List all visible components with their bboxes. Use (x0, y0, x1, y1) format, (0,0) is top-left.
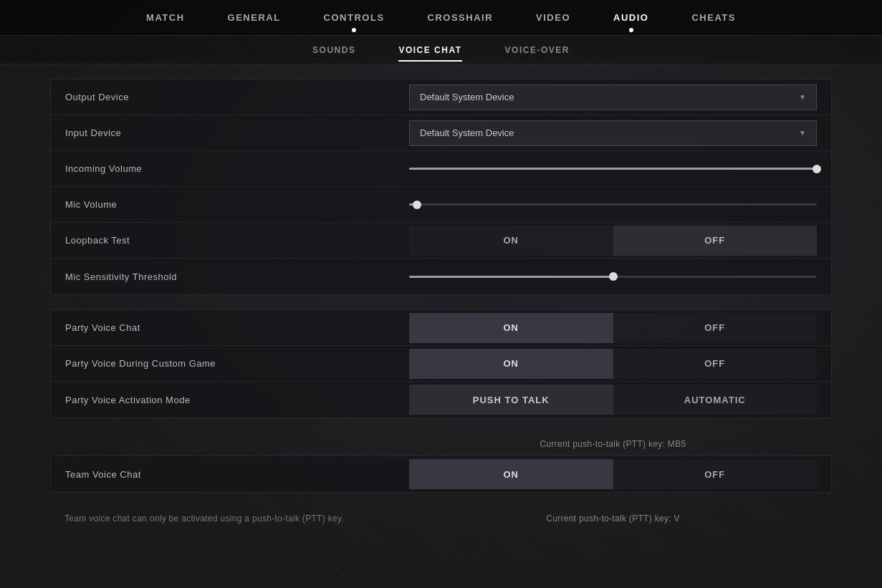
nav-video[interactable]: VIDEO (514, 0, 592, 35)
nav-general[interactable]: GENERAL (206, 0, 302, 35)
slider-track (409, 168, 817, 170)
input-device-label: Input Device (65, 127, 409, 138)
loopback-off-button[interactable]: Off (613, 226, 818, 256)
party-voice-activation-control: Push to Talk Automatic (409, 385, 817, 415)
slider-fill (409, 168, 817, 170)
nav-match[interactable]: MATCH (125, 0, 206, 35)
party-auto-button[interactable]: Automatic (613, 385, 818, 415)
output-device-control: Default System Device ▼ (409, 85, 817, 110)
nav-controls[interactable]: CONTROLS (302, 0, 406, 35)
input-device-control: Default System Device ▼ (409, 120, 817, 146)
team-voice-toggle: On Off (409, 459, 817, 489)
team-voice-section: Team Voice Chat On Off (50, 456, 832, 493)
input-device-row: Input Device Default System Device ▼ (51, 115, 831, 151)
dropdown-arrow-icon: ▼ (799, 93, 806, 101)
subnav-voice-chat[interactable]: VOICE CHAT (398, 39, 461, 61)
team-voice-chat-control: On Off (409, 459, 817, 489)
team-voice-off-button[interactable]: Off (613, 459, 818, 489)
subnav-sounds[interactable]: SOUNDS (312, 39, 355, 61)
nav-audio[interactable]: AUDIO (592, 0, 670, 35)
party-voice-on-button[interactable]: On (409, 313, 613, 343)
party-voice-custom-control: On Off (409, 349, 817, 379)
team-voice-info-left: Team voice chat can only be activated us… (64, 514, 408, 524)
dropdown-arrow-icon-2: ▼ (799, 129, 806, 137)
output-device-row: Output Device Default System Device ▼ (51, 79, 831, 115)
party-voice-custom-label: Party Voice During Custom Game (65, 358, 409, 369)
output-device-dropdown[interactable]: Default System Device ▼ (409, 85, 817, 110)
party-ptt-info-right: Current push-to-talk (PTT) key: MB5 (408, 439, 818, 449)
sub-nav: SOUNDS VOICE CHAT VOICE-OVER (0, 36, 882, 64)
team-voice-chat-row: Team Voice Chat On Off (51, 456, 831, 492)
party-voice-section: Party Voice Chat On Off Party Voice Duri… (50, 309, 832, 418)
nav-controls-dot (352, 28, 356, 32)
nav-cheats[interactable]: CHEATS (670, 0, 757, 35)
subnav-voice-over[interactable]: VOICE-OVER (505, 39, 570, 61)
slider-thumb[interactable] (813, 165, 821, 173)
output-device-label: Output Device (65, 92, 409, 102)
content-area: Output Device Default System Device ▼ In… (0, 64, 882, 588)
mic-volume-slider[interactable] (409, 198, 817, 212)
party-voice-custom-row: Party Voice During Custom Game On Off (51, 346, 831, 382)
mic-volume-label: Mic Volume (65, 199, 409, 210)
mic-sensitivity-slider[interactable] (409, 269, 817, 284)
party-voice-chat-label: Party Voice Chat (65, 322, 409, 333)
party-voice-custom-on-button[interactable]: On (409, 349, 613, 379)
mic-sensitivity-label: Mic Sensitivity Threshold (65, 271, 409, 282)
mic-sensitivity-row: Mic Sensitivity Threshold (51, 259, 831, 294)
party-voice-custom-toggle: On Off (409, 349, 817, 379)
nav-audio-dot (629, 28, 633, 32)
loopback-test-label: Loopback Test (65, 235, 409, 246)
mic-sensitivity-control (409, 269, 817, 284)
mic-volume-row: Mic Volume (51, 187, 831, 223)
loopback-test-control: On Off (409, 226, 817, 256)
incoming-volume-control (409, 162, 817, 176)
incoming-volume-label: Incoming Volume (65, 163, 409, 174)
mic-volume-control (409, 198, 817, 212)
party-voice-activation-row: Party Voice Activation Mode Push to Talk… (51, 382, 831, 418)
party-voice-activation-label: Party Voice Activation Mode (65, 395, 409, 405)
slider-track (409, 203, 817, 206)
party-ptt-button[interactable]: Push to Talk (409, 385, 613, 415)
slider-thumb[interactable] (609, 272, 618, 281)
incoming-volume-row: Incoming Volume (51, 151, 831, 187)
party-voice-chat-control: On Off (409, 313, 817, 343)
party-voice-toggle: On Off (409, 313, 817, 343)
slider-fill (409, 276, 613, 278)
slider-track (409, 276, 817, 278)
team-voice-info-row: Team voice chat can only be activated us… (50, 507, 832, 530)
top-nav: MATCH GENERAL CONTROLS CROSSHAIR VIDEO A… (0, 0, 882, 36)
party-voice-chat-row: Party Voice Chat On Off (51, 310, 831, 346)
party-ptt-info-row: Current push-to-talk (PTT) key: MB5 (50, 433, 832, 456)
slider-thumb[interactable] (413, 201, 421, 209)
loopback-on-button[interactable]: On (409, 226, 613, 256)
device-settings-section: Output Device Default System Device ▼ In… (50, 79, 832, 295)
party-voice-custom-off-button[interactable]: Off (613, 349, 818, 379)
team-voice-chat-label: Team Voice Chat (65, 469, 409, 480)
team-voice-ptt-info: Current push-to-talk (PTT) key: V (408, 514, 818, 524)
team-voice-on-button[interactable]: On (409, 459, 613, 489)
incoming-volume-slider[interactable] (409, 162, 817, 176)
party-voice-off-button[interactable]: Off (613, 313, 818, 343)
party-voice-activation-toggle: Push to Talk Automatic (409, 385, 817, 415)
loopback-test-row: Loopback Test On Off (51, 223, 831, 259)
nav-crosshair[interactable]: CROSSHAIR (406, 0, 515, 35)
loopback-toggle-group: On Off (409, 226, 817, 256)
input-device-dropdown[interactable]: Default System Device ▼ (409, 120, 817, 146)
